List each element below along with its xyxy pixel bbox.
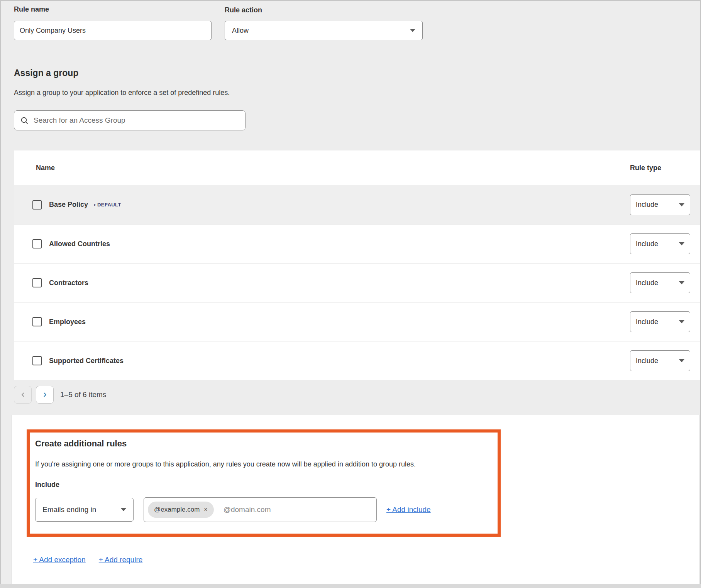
row-checkbox[interactable] — [32, 278, 42, 287]
rule-type-value: Include — [636, 240, 658, 248]
rule-type-select[interactable]: Include — [630, 194, 690, 215]
group-name: Allowed Countries — [49, 240, 110, 248]
column-header-rule-type: Rule type — [630, 164, 700, 172]
group-name: Contractors — [49, 279, 88, 287]
chevron-down-icon — [121, 508, 126, 511]
add-exception-link[interactable]: + Add exception — [33, 556, 86, 564]
assign-group-description: Assign a group to your application to en… — [14, 89, 230, 97]
table-row: Employees Include — [14, 302, 700, 341]
email-tag-label: @example.com — [154, 506, 200, 514]
pagination: 1–5 of 6 items — [14, 386, 106, 404]
group-name: Employees — [49, 318, 86, 326]
rule-type-cell: Include — [630, 233, 700, 254]
rule-type-value: Include — [636, 357, 658, 365]
additional-rules-card: Create additional rules If you're assign… — [12, 415, 700, 584]
table-row: Supported Certificates Include — [14, 341, 700, 380]
rule-type-select[interactable]: Include — [630, 311, 690, 332]
rule-type-cell: Include — [630, 350, 700, 371]
add-include-link[interactable]: + Add include — [386, 505, 431, 514]
chevron-down-icon — [679, 320, 684, 323]
search-icon — [20, 117, 29, 125]
rule-type-cell: Include — [630, 311, 700, 332]
row-checkbox[interactable] — [32, 356, 42, 365]
footer-links: + Add exception + Add require — [33, 556, 142, 564]
rule-type-cell: Include — [630, 272, 700, 293]
rule-type-value: Include — [636, 201, 658, 209]
additional-rules-heading: Create additional rules — [35, 439, 492, 449]
chevron-right-icon — [42, 392, 47, 397]
email-tag: @example.com × — [148, 502, 214, 518]
column-header-name: Name — [36, 164, 55, 172]
rule-type-select[interactable]: Include — [630, 272, 690, 293]
rule-action-label: Rule action — [225, 6, 262, 14]
row-checkbox[interactable] — [32, 239, 42, 248]
pagination-label: 1–5 of 6 items — [60, 390, 106, 399]
chevron-down-icon — [679, 281, 684, 284]
close-icon[interactable]: × — [204, 507, 207, 513]
rule-type-select[interactable]: Include — [630, 350, 690, 371]
chevron-down-icon — [679, 242, 684, 245]
include-label: Include — [35, 481, 492, 489]
condition-select[interactable]: Emails ending in — [35, 498, 134, 522]
page: Rule name Rule action Allow Assign a gro… — [0, 0, 701, 588]
rule-action-value: Allow — [232, 27, 249, 35]
table-row: Contractors Include — [14, 263, 700, 302]
rule-type-value: Include — [636, 279, 658, 287]
table-row: Allowed Countries Include — [14, 224, 700, 263]
rule-type-cell: Include — [630, 194, 700, 215]
rule-builder-row: Emails ending in @example.com × + Add in… — [35, 497, 492, 522]
group-name: Base Policy — [49, 201, 88, 209]
additional-rules-description: If you're assigning one or more groups t… — [35, 460, 492, 468]
rule-action-select[interactable]: Allow — [225, 21, 423, 40]
chevron-left-icon — [20, 392, 25, 397]
table-header-row: Name Rule type — [14, 150, 700, 185]
condition-value: Emails ending in — [42, 505, 96, 514]
horizontal-scrollbar[interactable] — [0, 584, 701, 588]
table-row: Base Policy • DEFAULT Include — [14, 185, 700, 224]
assign-group-heading: Assign a group — [14, 68, 78, 78]
domain-input[interactable] — [224, 505, 376, 514]
previous-page-button[interactable] — [14, 386, 32, 404]
email-domain-input[interactable]: @example.com × — [144, 497, 377, 522]
search-input[interactable] — [34, 116, 239, 125]
chevron-down-icon — [679, 359, 684, 362]
chevron-down-icon — [679, 203, 684, 206]
group-name: Supported Certificates — [49, 357, 124, 365]
next-page-button[interactable] — [36, 386, 54, 404]
row-checkbox[interactable] — [32, 200, 42, 210]
add-require-link[interactable]: + Add require — [99, 556, 143, 564]
rule-type-select[interactable]: Include — [630, 233, 690, 254]
highlighted-section: Create additional rules If you're assign… — [27, 429, 501, 537]
group-table: Name Rule type Base Policy • DEFAULT Inc… — [14, 150, 700, 380]
group-table-body: Base Policy • DEFAULT Include Allowed Co… — [14, 185, 700, 380]
rule-type-value: Include — [636, 318, 658, 326]
rule-name-label: Rule name — [14, 5, 49, 14]
row-checkbox[interactable] — [32, 317, 42, 326]
rule-name-input[interactable] — [14, 21, 212, 40]
chevron-down-icon — [410, 29, 415, 32]
access-group-search[interactable] — [14, 110, 246, 130]
default-badge: • DEFAULT — [94, 202, 121, 208]
